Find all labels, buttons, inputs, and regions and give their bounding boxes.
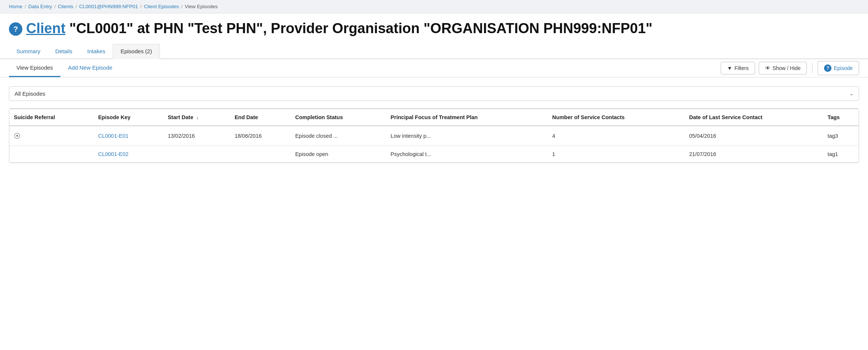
episodes-filter-select[interactable]: All Episodes Open Episodes Closed Episod…	[9, 86, 859, 101]
filters-label: Filters	[735, 65, 749, 71]
cell-suicide-referral-2	[9, 146, 94, 162]
breadcrumb-sep-3: /	[76, 4, 77, 9]
warning-icon: ☉	[14, 132, 21, 140]
cell-end-date-2	[230, 146, 290, 162]
episodes-table: Suicide Referral Episode Key Start Date …	[9, 109, 859, 163]
sub-nav: View Episodes Add New Episode ▼ Filters …	[0, 59, 868, 77]
breadcrumb-sep-5: /	[181, 4, 183, 9]
col-tags[interactable]: Tags	[823, 109, 859, 126]
sub-nav-left: View Episodes Add New Episode	[9, 59, 721, 77]
col-principal-focus[interactable]: Principal Focus of Treatment Plan	[386, 109, 548, 126]
episode-key-link-2[interactable]: CL0001-E02	[98, 151, 128, 157]
sub-nav-add-episode[interactable]: Add New Episode	[60, 59, 120, 77]
episode-key-link-1[interactable]: CL0001-E01	[98, 133, 128, 139]
cell-tags-1: tag3	[823, 126, 859, 146]
cell-num-contacts-2: 1	[548, 146, 685, 162]
table-header-row: Suicide Referral Episode Key Start Date …	[9, 109, 859, 126]
cell-principal-focus-2: Psychological t...	[386, 146, 548, 162]
cell-tags-2: tag1	[823, 146, 859, 162]
breadcrumb-sep-2: /	[54, 4, 56, 9]
col-suicide-referral[interactable]: Suicide Referral	[9, 109, 94, 126]
tab-intakes[interactable]: Intakes	[80, 44, 113, 59]
breadcrumb-data-entry[interactable]: Data Entry	[28, 4, 52, 9]
page-header: ? Client "CL0001" at PHN "Test PHN", Pro…	[0, 13, 868, 41]
tabs-bar: Summary Details Intakes Episodes (2)	[0, 44, 868, 59]
filter-icon: ▼	[727, 65, 732, 71]
table-row: ☉ CL0001-E01 13/02/2016 18/06/2016 Episo…	[9, 126, 859, 146]
client-help-icon[interactable]: ?	[9, 22, 22, 36]
breadcrumb-sep-4: /	[140, 4, 142, 9]
cell-principal-focus-1: Low intensity p...	[386, 126, 548, 146]
client-link[interactable]: Client	[26, 20, 66, 36]
cell-completion-status-2: Episode open	[291, 146, 386, 162]
breadcrumb-client-id[interactable]: CL0001@PHN999:NFP01	[79, 4, 138, 9]
filters-button[interactable]: ▼ Filters	[721, 62, 755, 74]
col-start-date-label: Start Date	[168, 114, 194, 120]
episodes-table-container: Suicide Referral Episode Key Start Date …	[9, 108, 859, 163]
breadcrumb-clients[interactable]: Clients	[58, 4, 73, 9]
tab-details[interactable]: Details	[48, 44, 80, 59]
episode-help-button[interactable]: ? Episode	[818, 61, 859, 75]
vertical-divider	[812, 63, 812, 73]
cell-num-contacts-1: 4	[548, 126, 685, 146]
page-title: Client "CL0001" at PHN "Test PHN", Provi…	[26, 20, 652, 37]
cell-episode-key-2[interactable]: CL0001-E02	[94, 146, 163, 162]
cell-last-contact-2: 21/07/2016	[685, 146, 823, 162]
cell-last-contact-1: 05/04/2016	[685, 126, 823, 146]
breadcrumb: Home / Data Entry / Clients / CL0001@PHN…	[0, 0, 868, 13]
col-episode-key[interactable]: Episode Key	[94, 109, 163, 126]
cell-episode-key-1[interactable]: CL0001-E01	[94, 126, 163, 146]
breadcrumb-sep-1: /	[25, 4, 26, 9]
col-num-contacts[interactable]: Number of Service Contacts	[548, 109, 685, 126]
sort-arrow-icon: ↓	[196, 115, 198, 120]
show-hide-button[interactable]: 👁 Show / Hide	[759, 62, 807, 74]
col-end-date[interactable]: End Date	[230, 109, 290, 126]
cell-suicide-referral-1: ☉	[9, 126, 94, 146]
sub-nav-view-episodes[interactable]: View Episodes	[9, 59, 60, 77]
page-title-rest: "CL0001" at PHN "Test PHN", Provider Org…	[66, 20, 652, 36]
col-last-contact[interactable]: Date of Last Service Contact	[685, 109, 823, 126]
breadcrumb-home[interactable]: Home	[9, 4, 22, 9]
episode-help-icon: ?	[824, 64, 831, 72]
cell-start-date-1: 13/02/2016	[163, 126, 230, 146]
breadcrumb-client-episodes[interactable]: Client Episodes	[144, 4, 179, 9]
main-content: All Episodes Open Episodes Closed Episod…	[0, 77, 868, 163]
col-completion-status[interactable]: Completion Status	[291, 109, 386, 126]
sub-nav-right: ▼ Filters 👁 Show / Hide ? Episode	[721, 61, 859, 75]
col-start-date[interactable]: Start Date ↓	[163, 109, 230, 126]
filter-select-wrap: All Episodes Open Episodes Closed Episod…	[9, 86, 859, 101]
episode-help-label: Episode	[834, 65, 853, 71]
breadcrumb-view-episodes: View Episodes	[185, 4, 218, 9]
tab-episodes[interactable]: Episodes (2)	[113, 44, 160, 59]
show-hide-label: Show / Hide	[773, 65, 801, 71]
tab-summary[interactable]: Summary	[9, 44, 48, 59]
eye-icon: 👁	[765, 65, 770, 71]
cell-start-date-2	[163, 146, 230, 162]
cell-completion-status-1: Episode closed ...	[291, 126, 386, 146]
cell-end-date-1: 18/06/2016	[230, 126, 290, 146]
table-row: CL0001-E02 Episode open Psychological t.…	[9, 146, 859, 162]
